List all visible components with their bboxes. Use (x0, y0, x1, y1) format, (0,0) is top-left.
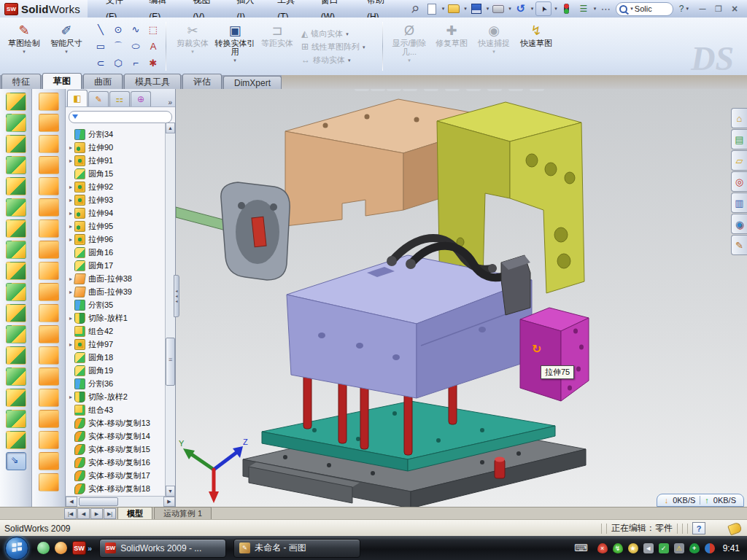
tree-item[interactable]: 分割36 (67, 377, 175, 390)
tree-item[interactable]: 实体-移动/复制17 (67, 469, 175, 482)
convert-entities-button[interactable]: ▣转换实体引用▾ (214, 20, 256, 72)
sync-tray-icon[interactable] (705, 543, 715, 553)
dropdown-arrow-icon[interactable]: ▾ (65, 49, 68, 55)
3d-model-canvas[interactable]: ↻ Y Z X (176, 89, 747, 507)
print-icon[interactable] (491, 2, 506, 15)
display-delete-relations-button[interactable]: Ø显示/删除几...▾ (388, 20, 430, 72)
solidworks-resources-tab[interactable] (731, 108, 747, 128)
restore-button[interactable] (713, 4, 724, 13)
swept-boss-tool[interactable] (6, 156, 26, 174)
view-orientation-icon[interactable]: ⬒ (424, 89, 438, 91)
trim-surface-tool[interactable] (39, 135, 59, 153)
expand-arrow-icon[interactable]: ▸ (67, 236, 74, 243)
revolved-surface-tool[interactable] (39, 114, 59, 132)
print-dropdown-icon[interactable]: ▾ (508, 6, 511, 12)
ref-geometry-tool[interactable] (39, 452, 59, 470)
instant3d-tool[interactable] (6, 452, 26, 470)
launcher-quicklaunch-icon[interactable] (55, 542, 67, 554)
arc-tool[interactable]: ⌒ (109, 38, 127, 55)
curve-tool[interactable] (6, 431, 26, 449)
keyboard-layout-icon[interactable]: ⌨ (574, 542, 588, 553)
save-dropdown-icon[interactable]: ▾ (487, 6, 489, 12)
scroll-thumb[interactable] (79, 497, 118, 506)
zoom-fit-icon[interactable]: ⊙ (355, 89, 369, 91)
network-warning-tray-icon[interactable] (674, 543, 684, 553)
plane-tool[interactable] (6, 389, 26, 407)
tree-horizontal-scrollbar[interactable]: ◀ ▶ (66, 496, 175, 507)
replace-face-tool[interactable] (39, 325, 59, 343)
search-tab[interactable] (731, 171, 747, 192)
dropdown-arrow-icon[interactable]: ▾ (492, 49, 495, 55)
lofted-surface-tool[interactable] (39, 156, 59, 174)
section-view-icon[interactable]: ◫ (403, 89, 417, 91)
planar-surface-tool[interactable] (39, 219, 59, 238)
tree-item[interactable]: ▸曲面-拉伸39 (67, 285, 175, 298)
tab-DimXpert[interactable]: DimXpert (223, 76, 282, 89)
help-icon[interactable]: ? (679, 4, 684, 14)
tree-item[interactable]: ▸拉伸94 (67, 206, 175, 219)
offset-entities-button[interactable]: ⊐等距实体 (256, 20, 298, 72)
boss-extrude-tool[interactable] (6, 93, 26, 111)
delete-face-tool[interactable] (39, 304, 59, 322)
tree-item[interactable]: ▸切除-放样1 (67, 311, 175, 324)
new-file-icon[interactable] (425, 2, 439, 15)
tree-item[interactable]: 圆角18 (67, 351, 175, 364)
untrim-surface-tool[interactable] (39, 346, 59, 365)
shell-tool[interactable] (6, 219, 26, 238)
help-dropdown-icon[interactable]: ▾ (686, 6, 689, 12)
tab-草图[interactable]: 草图 (42, 73, 82, 89)
configurationmanager-tab[interactable] (109, 91, 130, 106)
rotate-view-icon[interactable]: ↻ (387, 89, 401, 91)
sheet-tab-运动算例 1[interactable]: 运动算例 1 (154, 507, 212, 520)
tree-item[interactable]: ▸拉伸95 (67, 219, 175, 233)
tree-item[interactable]: 组合42 (67, 324, 175, 338)
tree-item[interactable]: 组合43 (67, 403, 175, 416)
tag-icon[interactable] (727, 521, 743, 535)
appearances-scenes-tab[interactable] (731, 214, 747, 234)
more-icon[interactable] (598, 2, 613, 15)
open-file-icon[interactable] (446, 2, 461, 15)
slot-tool[interactable]: ⊂ (92, 55, 109, 71)
security-red-tray-icon[interactable]: × (597, 543, 608, 553)
close-button[interactable] (729, 4, 740, 13)
zoom-area-icon[interactable]: ⊞ (371, 89, 385, 91)
rebuild-traffic-light-icon[interactable] (560, 2, 574, 15)
first-tab-button[interactable]: |◀ (64, 508, 77, 519)
dropdown-arrow-icon[interactable]: ▾ (348, 55, 351, 66)
options-list-dropdown-icon[interactable]: ▾ (594, 6, 597, 12)
hole-wizard-tool[interactable] (6, 241, 26, 259)
repair-sketch-button[interactable]: ✚修复草图 (430, 20, 473, 72)
expand-arrow-icon[interactable]: ▸ (67, 210, 74, 217)
apply-scene-icon[interactable]: ◕ (508, 89, 523, 91)
propertymanager-tab[interactable] (88, 91, 109, 106)
volume-tray-icon[interactable]: ◄ (643, 543, 654, 553)
quick-snaps-button[interactable]: ◉快速捕捉▾ (473, 20, 515, 72)
move-copy-body-tool[interactable] (6, 346, 26, 365)
knit-surface-tool[interactable] (39, 262, 59, 280)
expand-arrow-icon[interactable]: ▸ (67, 341, 74, 348)
sketch-fillet-tool[interactable]: ⌐ (127, 55, 144, 71)
custom-properties-tab[interactable] (731, 235, 747, 255)
revolved-boss-tool[interactable] (6, 114, 26, 132)
circle-tool[interactable]: ⊙ (109, 21, 127, 38)
tree-item[interactable]: ▸拉伸96 (67, 233, 175, 246)
expand-arrow-icon[interactable]: ▸ (67, 223, 74, 230)
solidworks-quicklaunch-icon[interactable]: SW (72, 541, 86, 555)
offset-surface-tool[interactable] (39, 241, 59, 259)
display-style-icon[interactable]: ▢ (445, 89, 460, 91)
tree-item[interactable]: 实体-移动/复制18 (67, 482, 175, 495)
filled-surface-tool[interactable] (39, 410, 59, 428)
select-cursor-dropdown-icon[interactable]: ▾ (554, 6, 557, 12)
tree-item[interactable]: ▸拉伸93 (67, 193, 175, 206)
lofted-boss-tool[interactable] (6, 177, 26, 195)
tree-filter-input[interactable] (69, 111, 172, 123)
graphics-viewport[interactable]: ↻ Y Z X ⊙⊞↻◫▾⬒▾▢▾∞▾◉▾◕▾▦▾ 拉伸75 ↓ (176, 89, 747, 507)
antivirus-tray-icon[interactable] (689, 543, 700, 553)
start-button[interactable] (5, 537, 28, 560)
new-file-dropdown-icon[interactable]: ▾ (442, 6, 445, 12)
thicken-tool[interactable] (39, 389, 59, 407)
tree-item[interactable]: 实体-移动/复制14 (67, 429, 175, 443)
curve-tool[interactable] (39, 473, 59, 491)
view-settings-icon[interactable]: ▦ (530, 89, 544, 91)
tree-item[interactable]: 圆角17 (67, 259, 175, 272)
